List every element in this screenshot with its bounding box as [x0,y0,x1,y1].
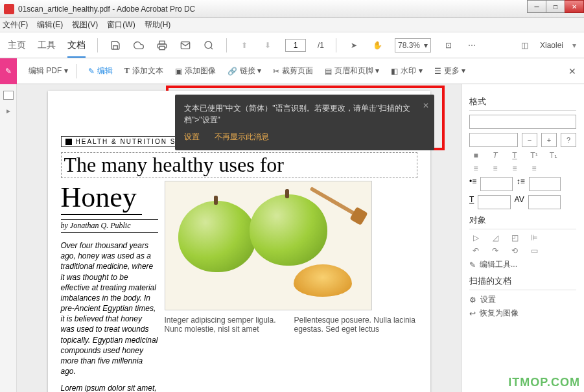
svg-line-4 [211,47,213,49]
app-icon [4,4,14,14]
edit-button[interactable]: ✎编辑 [88,65,113,76]
text-style-row: ■ T T T¹ T₁ [469,151,576,160]
object-heading: 对象 [469,214,576,229]
align-right-icon[interactable]: ≡ [508,164,521,173]
watermark-text: ITMOP.COM [508,376,580,389]
underline-icon[interactable]: T [508,151,521,160]
zoom-select[interactable]: 78.3%▾ [395,38,431,52]
user-name[interactable]: Xiaolei [540,41,563,50]
cloud-icon[interactable] [133,40,145,51]
flip-h-icon[interactable]: ▷ [469,233,482,242]
tab-document[interactable]: 文档 [67,40,86,58]
size-select[interactable] [469,133,518,147]
more-icon[interactable]: ⋯ [466,40,478,51]
pointer-icon[interactable]: ➤ [348,40,360,51]
watermark-button[interactable]: ◧水印 ▾ [391,65,422,76]
link-button[interactable]: 🔗链接 ▾ [228,65,261,76]
sidebar-expand-icon[interactable]: ▸ [0,106,16,115]
rotate-r-icon[interactable]: ↷ [489,246,502,255]
svg-rect-1 [159,41,165,44]
lineheight-select[interactable] [529,177,561,191]
toast-settings-link[interactable]: 设置 [184,132,200,141]
color-swatch[interactable]: ■ [469,151,482,160]
close-button[interactable]: ✕ [565,0,584,13]
fit-icon[interactable]: ⊡ [443,40,454,51]
menu-help[interactable]: 帮助(H) [145,19,171,30]
addtext-button[interactable]: T添加文本 [124,65,163,76]
scanned-heading: 扫描的文档 [469,275,576,290]
flip-v-icon[interactable]: ◿ [489,233,502,242]
tab-tools[interactable]: 工具 [38,40,56,51]
user-icon[interactable]: ◫ [519,40,531,51]
page-up-icon[interactable]: ⬆ [239,40,250,51]
thumbnails-icon[interactable] [3,91,14,100]
rotate-l-icon[interactable]: ↶ [469,246,482,255]
page-total: /1 [318,41,324,50]
textcolor-icon[interactable]: T [469,195,474,209]
editpdf-dropdown[interactable]: 编辑 PDF ▾ [29,65,68,76]
align-center-icon[interactable]: ≡ [489,164,502,173]
menu-view[interactable]: 视图(V) [72,19,98,30]
headerfooter-button[interactable]: ▤页眉和页脚 ▾ [325,65,379,76]
article-byline[interactable]: by Jonathan Q. Public [61,219,158,233]
print-icon[interactable] [156,40,168,51]
article-image[interactable] [165,181,372,310]
ocr-toast: 文本已使用"中文（简体）"语言识别。若要更改，请单击"扫描的文档">"设置" 设… [175,95,434,150]
menu-edit[interactable]: 编辑(E) [37,19,63,30]
page-down-icon[interactable]: ⬇ [262,40,274,51]
align-left-icon[interactable]: ≡ [469,164,482,173]
subscript-icon[interactable]: T₁ [547,151,560,160]
addimage-button[interactable]: ▣添加图像 [175,65,216,76]
svg-point-3 [205,41,212,49]
menu-window[interactable]: 窗口(W) [107,19,135,30]
toast-dontshow-link[interactable]: 不再显示此消息 [215,132,269,141]
menu-file[interactable]: 文件(F) [3,19,28,30]
article-para2[interactable]: Lorem ipsum dolor sit amet, consectetur … [61,383,158,392]
bullets-icon[interactable]: •≡ [469,177,476,191]
more-button[interactable]: ☰更多 ▾ [434,65,465,76]
spacing-select[interactable] [528,195,561,209]
col3-text[interactable]: Pellentesque posuere. Nulla lacinia eges… [294,316,417,334]
superscript-icon[interactable]: T¹ [528,151,541,160]
bold-icon[interactable]: T [489,151,502,160]
article-para1[interactable]: Over four thousand years ago, honey was … [61,240,158,376]
minimize-button[interactable]: ─ [527,0,546,13]
mail-icon[interactable] [180,40,191,51]
arrange-icon[interactable]: ▭ [528,246,541,255]
toast-close-icon[interactable]: ✕ [423,100,429,111]
align-justify-icon[interactable]: ≡ [528,164,541,173]
col2-text[interactable]: Integer adipiscing semper ligula. Nunc m… [165,316,288,334]
textcolor-select[interactable] [478,195,510,209]
article-title[interactable]: Honey [61,181,142,215]
plus-button[interactable]: + [541,133,557,147]
format-heading: 格式 [469,96,576,111]
tab-home[interactable]: 主页 [8,40,26,51]
bullets-select[interactable] [480,177,513,191]
toolbar-close-icon[interactable]: ✕ [568,66,576,76]
maximize-button[interactable]: □ [546,0,565,13]
window-title: 01scan_article_healthy.pdf - Adobe Acrob… [18,5,195,14]
align-obj-icon[interactable]: ⊫ [528,233,541,242]
edittools-link[interactable]: ✎ 编辑工具... [469,259,576,270]
font-select[interactable] [469,115,576,129]
page-input[interactable] [285,39,306,52]
editpdf-sidebar-icon[interactable]: ✎ [0,58,17,84]
article-headline[interactable]: The many healthy uses for [61,152,417,178]
crop-button[interactable]: ✂裁剪页面 [273,65,313,76]
crop-obj-icon[interactable]: ◰ [508,233,521,242]
lineheight-icon[interactable]: ↕≡ [517,177,525,191]
replace-icon[interactable]: ⟲ [508,246,521,255]
svg-rect-0 [159,46,165,49]
help-icon[interactable]: ? [561,133,576,147]
hand-icon[interactable]: ✋ [371,40,383,51]
toast-message: 文本已使用"中文（简体）"语言识别。若要更改，请单击"扫描的文档">"设置" [184,102,417,126]
spacing-icon[interactable]: AV [515,195,524,209]
scan-settings-link[interactable]: ⚙ 设置 [469,294,576,305]
save-icon[interactable] [110,40,121,51]
restore-image-link[interactable]: ↩ 恢复为图像 [469,308,576,319]
search-icon[interactable] [203,40,215,51]
minus-button[interactable]: − [522,133,537,147]
